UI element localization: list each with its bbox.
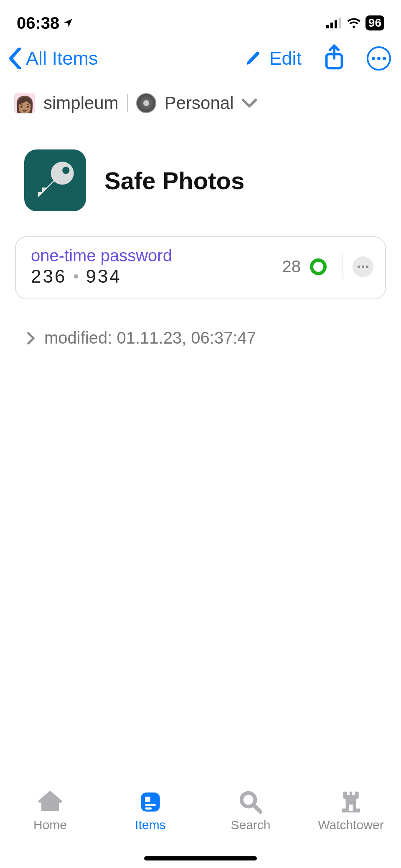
otp-card[interactable]: one-time password 236 934 28 xyxy=(15,236,386,299)
account-name: simpleum xyxy=(43,93,119,113)
more-dot-icon xyxy=(377,57,381,60)
svg-rect-8 xyxy=(145,797,150,802)
back-label: All Items xyxy=(26,48,98,69)
tab-home[interactable]: Home xyxy=(8,790,92,832)
status-bar: 06:38 96 xyxy=(0,0,401,37)
watchtower-icon xyxy=(340,790,361,814)
chevron-down-icon xyxy=(242,98,257,108)
key-icon xyxy=(32,157,78,203)
share-icon xyxy=(323,44,345,71)
item-title: Safe Photos xyxy=(104,167,244,195)
otp-part2: 934 xyxy=(86,266,121,287)
modified-prefix: modified: xyxy=(44,329,112,347)
status-time: 06:38 xyxy=(17,14,59,33)
otp-label: one-time password xyxy=(31,246,172,265)
pencil-icon xyxy=(245,50,261,67)
svg-rect-9 xyxy=(145,804,156,806)
edit-label: Edit xyxy=(269,48,302,69)
svg-point-5 xyxy=(51,162,74,185)
vault-icon xyxy=(136,93,156,113)
tab-label-home: Home xyxy=(33,818,67,832)
svg-rect-1 xyxy=(330,23,333,28)
divider xyxy=(127,94,128,112)
item-icon xyxy=(24,149,86,211)
svg-rect-2 xyxy=(335,20,337,28)
location-icon xyxy=(63,18,74,28)
otp-part1: 236 xyxy=(31,266,66,287)
modified-timestamp: 01.11.23, 06:37:47 xyxy=(117,329,256,347)
chevron-left-icon xyxy=(7,48,23,69)
item-header: Safe Photos xyxy=(0,118,401,236)
avatar: 👩🏽 xyxy=(14,93,35,114)
tab-items[interactable]: Items xyxy=(109,790,192,832)
svg-rect-12 xyxy=(349,805,353,811)
status-right: 96 xyxy=(326,15,384,30)
dot-separator-icon xyxy=(74,274,78,278)
status-time-group: 06:38 xyxy=(17,14,74,33)
wifi-icon xyxy=(346,18,361,28)
row-more-button[interactable] xyxy=(353,256,373,277)
svg-rect-3 xyxy=(339,18,341,28)
more-dot-icon xyxy=(383,57,386,60)
more-button[interactable] xyxy=(367,46,391,71)
otp-value: 236 934 xyxy=(31,266,172,287)
tab-search[interactable]: Search xyxy=(209,790,292,832)
search-icon xyxy=(239,790,263,814)
divider xyxy=(343,254,343,279)
svg-point-6 xyxy=(62,167,69,174)
share-button[interactable] xyxy=(323,44,345,73)
tab-label-watchtower: Watchtower xyxy=(318,818,383,832)
account-vault-row[interactable]: 👩🏽 simpleum Personal xyxy=(0,80,401,118)
cellular-icon xyxy=(326,18,342,28)
back-button[interactable]: All Items xyxy=(7,48,98,69)
home-indicator[interactable] xyxy=(144,856,257,860)
nav-actions: Edit xyxy=(245,44,391,73)
progress-ring-icon xyxy=(310,258,327,275)
modified-row[interactable]: modified: 01.11.23, 06:37:47 xyxy=(0,299,401,377)
tab-bar: Home Items Search Watchtower xyxy=(0,780,401,868)
tab-label-search: Search xyxy=(231,818,270,832)
vault-name: Personal xyxy=(165,93,234,113)
more-dot-icon xyxy=(372,57,375,60)
battery-badge: 96 xyxy=(365,15,384,30)
otp-countdown: 28 xyxy=(282,257,301,276)
chevron-right-icon xyxy=(27,332,35,344)
edit-button[interactable]: Edit xyxy=(245,48,302,69)
nav-bar: All Items Edit xyxy=(0,37,401,80)
tab-watchtower[interactable]: Watchtower xyxy=(309,790,393,832)
svg-rect-10 xyxy=(145,807,152,810)
svg-rect-0 xyxy=(326,25,329,28)
tab-label-items: Items xyxy=(135,818,165,832)
items-icon xyxy=(140,791,161,813)
home-icon xyxy=(38,790,62,814)
